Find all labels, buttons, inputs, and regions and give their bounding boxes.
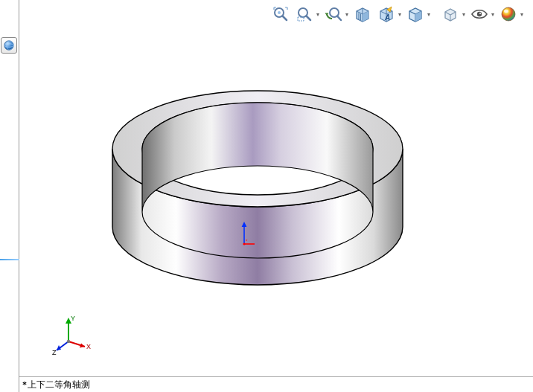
- svg-text:Z: Z: [52, 349, 57, 356]
- section-view-icon: [354, 5, 371, 23]
- section-view-button[interactable]: [352, 4, 373, 25]
- svg-point-22: [504, 10, 508, 13]
- eye-icon: [470, 5, 488, 23]
- origin-marker: *: [237, 222, 255, 247]
- status-modified-indicator: *: [22, 379, 27, 391]
- feature-manager-tab[interactable]: [1, 37, 17, 54]
- left-dock: [0, 0, 19, 392]
- svg-point-32: [67, 340, 70, 343]
- hide-show-button[interactable]: [469, 4, 490, 25]
- app-root: 焊件: [0, 0, 533, 392]
- svg-line-14: [337, 16, 341, 21]
- svg-point-19: [477, 12, 482, 16]
- view-orientation-dropdown[interactable]: ▾: [462, 11, 466, 18]
- display-style-dropdown[interactable]: ▾: [427, 11, 431, 18]
- zoom-fit-icon: [272, 5, 290, 23]
- zoom-area-icon: [296, 5, 313, 23]
- svg-point-9: [278, 11, 281, 14]
- hide-show-dropdown[interactable]: ▾: [491, 11, 495, 18]
- orientation-triad: Z X Y: [46, 312, 91, 356]
- svg-line-8: [283, 16, 287, 21]
- svg-marker-3: [242, 222, 247, 227]
- dynamic-annotation-icon: A: [377, 5, 395, 23]
- zoom-fit-button[interactable]: [270, 4, 291, 25]
- previous-view-dropdown[interactable]: ▾: [345, 11, 349, 18]
- dynamic-annotation-button[interactable]: A: [376, 4, 397, 25]
- view-toolbar: ▾ ▾: [270, 3, 524, 25]
- globe-icon: [3, 39, 15, 51]
- svg-text:Y: Y: [71, 315, 75, 322]
- previous-view-button[interactable]: [323, 4, 344, 25]
- svg-marker-15: [325, 13, 329, 16]
- status-bar: * 上下二等角轴测: [19, 376, 533, 392]
- previous-view-icon: [325, 5, 342, 23]
- view-cube-icon: [441, 5, 459, 23]
- zoom-area-button[interactable]: [294, 4, 315, 25]
- svg-point-21: [502, 7, 515, 21]
- svg-text:*: *: [246, 239, 248, 243]
- display-style-button[interactable]: [405, 4, 426, 25]
- svg-text:A: A: [384, 13, 390, 22]
- appearance-dropdown[interactable]: ▾: [520, 11, 524, 18]
- zoom-area-dropdown[interactable]: ▾: [316, 11, 320, 18]
- dynamic-annotation-dropdown[interactable]: ▾: [398, 11, 402, 18]
- dock-splitter-indicator: [0, 259, 19, 260]
- model-ring: [79, 67, 436, 335]
- svg-line-11: [307, 16, 311, 21]
- svg-point-20: [479, 13, 481, 14]
- view-orientation-button[interactable]: [440, 4, 461, 25]
- status-view-name: 上下二等角轴测: [28, 379, 90, 391]
- appearance-button[interactable]: [498, 4, 519, 25]
- svg-text:X: X: [86, 343, 91, 350]
- appearance-sphere-icon: [500, 5, 517, 23]
- display-style-icon: [406, 5, 424, 23]
- graphics-viewport[interactable]: * ▾: [19, 0, 533, 392]
